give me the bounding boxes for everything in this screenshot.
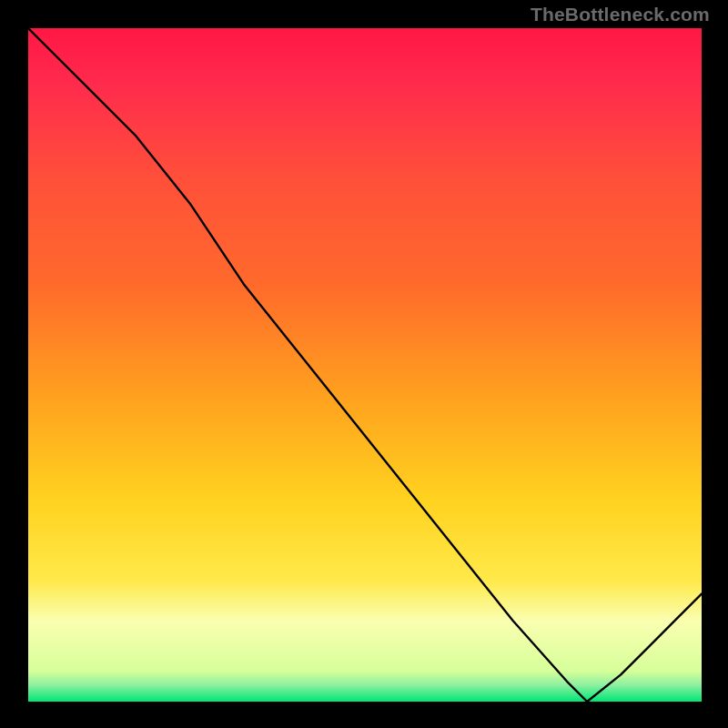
attribution-link[interactable]: TheBottleneck.com <box>531 4 710 25</box>
plot-canvas <box>28 28 702 702</box>
plot-area <box>27 27 703 703</box>
chart-frame: TheBottleneck.com <box>0 0 728 728</box>
